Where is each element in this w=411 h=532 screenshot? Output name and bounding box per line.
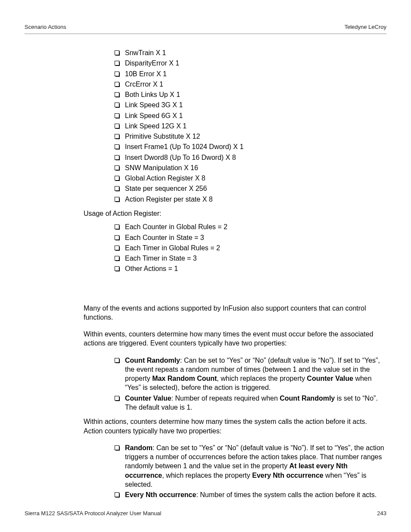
text-run: : Number of repeats required when [171, 395, 280, 402]
page: Scenario Actions Teledyne LeCroy SnwTrai… [0, 0, 411, 532]
list-item: Random: Can be set to “Yes” or “No” (def… [115, 443, 386, 489]
list-item: 10B Error X 1 [115, 69, 386, 78]
list-item: DisparityError X 1 [115, 59, 386, 68]
resource-list: SnwTrain X 1DisparityError X 110B Error … [115, 48, 386, 204]
page-header: Scenario Actions Teledyne LeCroy [25, 24, 386, 34]
list-item: Primitive Substitute X 12 [115, 132, 386, 141]
list-item: Each Timer in State = 3 [115, 254, 386, 263]
term-bold: Max Random Count [152, 375, 217, 382]
text-run: , which replaces the property [162, 472, 252, 479]
list-item: Each Timer in Global Rules = 2 [115, 243, 386, 252]
list-item: Link Speed 3G X 1 [115, 100, 386, 109]
list-item: Insert Frame1 (Up To 1024 Dword) X 1 [115, 142, 386, 151]
list-item: Action Register per state X 8 [115, 195, 386, 204]
list-item: Each Counter in Global Rules = 2 [115, 222, 386, 231]
footer-left: Sierra M122 SAS/SATA Protocol Analyzer U… [25, 510, 161, 516]
term-bold: Count Randomly [125, 357, 180, 364]
page-footer: Sierra M122 SAS/SATA Protocol Analyzer U… [25, 510, 386, 516]
footer-page-number: 243 [377, 510, 386, 516]
event-counter-properties-list: Count Randomly: Can be set to “Yes” or “… [115, 356, 386, 412]
text-run: , which replaces the property [217, 375, 307, 382]
list-item: Link Speed 12G X 1 [115, 121, 386, 131]
list-item: SnwTrain X 1 [115, 48, 386, 57]
header-right: Teledyne LeCroy [344, 24, 386, 30]
paragraph-action-counters: Within actions, counters determine how m… [84, 417, 376, 436]
list-item: Count Randomly: Can be set to “Yes” or “… [115, 356, 386, 392]
paragraph-counters-intro: Many of the events and actions supported… [84, 304, 376, 322]
list-item: CrcError X 1 [115, 80, 386, 89]
header-left: Scenario Actions [25, 24, 66, 30]
action-counter-properties-list: Random: Can be set to “Yes” or “No” (def… [115, 443, 386, 500]
usage-label: Usage of Action Register: [84, 209, 386, 218]
list-item: Counter Value: Number of repeats require… [115, 394, 386, 412]
list-item: Global Action Register X 8 [115, 174, 386, 183]
term-bold: Count Randomly [280, 395, 335, 402]
list-item: State per sequencer X 256 [115, 184, 386, 193]
usage-list: Each Counter in Global Rules = 2Each Cou… [115, 222, 386, 273]
term-bold: Counter Value [307, 375, 353, 382]
list-item: Each Counter in State = 3 [115, 233, 386, 242]
list-item: Both Links Up X 1 [115, 90, 386, 99]
list-item: Every Nth occurrence: Number of times th… [115, 490, 386, 499]
list-item: SNW Manipulation X 16 [115, 163, 386, 172]
text-run: : Number of times the system calls the a… [196, 491, 377, 498]
body-content: SnwTrain X 1DisparityError X 110B Error … [84, 48, 386, 499]
list-item: Link Speed 6G X 1 [115, 111, 386, 120]
term-bold: Counter Value [125, 395, 171, 402]
paragraph-event-counters: Within events, counters determine how ma… [84, 330, 376, 348]
list-item: Insert Dword8 (Up To 16 Dword) X 8 [115, 153, 386, 162]
list-item: Other Actions = 1 [115, 264, 386, 273]
term-bold: Random [125, 444, 153, 451]
term-bold: Every Nth occurrence [125, 491, 196, 498]
spacer [84, 279, 386, 304]
term-bold: Every Nth occurrence [252, 472, 323, 479]
